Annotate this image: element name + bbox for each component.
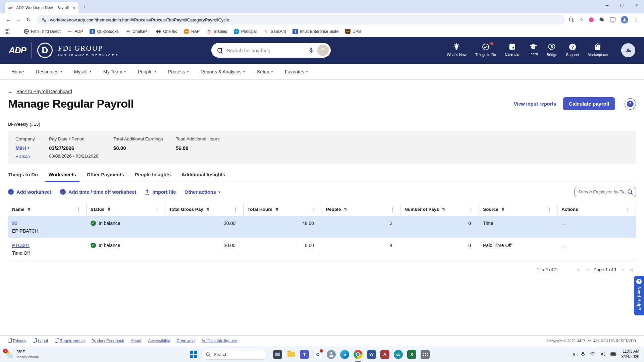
row-actions-menu[interactable]: ... (561, 243, 567, 248)
contacts-app-icon[interactable] (327, 350, 336, 359)
access-icon[interactable]: A (380, 350, 389, 359)
bookmark-intuit[interactable]: ❙Intuit Enterprise Suite (292, 29, 338, 34)
tray-chevron-up-icon[interactable]: ∧ (572, 351, 576, 357)
edge-icon[interactable]: e (340, 350, 349, 359)
new-tab-button[interactable]: + (83, 4, 86, 10)
sort-icon[interactable]: ⇅ (107, 207, 110, 212)
teams-icon[interactable]: T (300, 350, 309, 359)
bookmark-staples[interactable]: ∏Staples (206, 29, 227, 34)
window-minimize-button[interactable]: ─ (600, 0, 614, 11)
last-page-icon[interactable]: >| (630, 267, 633, 272)
chrome-icon[interactable] (354, 350, 363, 359)
address-bar[interactable]: workforcenow.adp.com/theme/admin.html#/P… (37, 15, 565, 24)
view-input-reports-link[interactable]: View input reports (514, 101, 556, 107)
marketplace-button[interactable]: Marketplace (588, 43, 608, 57)
column-header-name[interactable]: Name⇅⋮ (8, 203, 87, 216)
start-button[interactable] (190, 351, 197, 358)
company-name-link[interactable]: Rizikon (15, 154, 49, 159)
bookmark-principal[interactable]: PPrincipal (234, 29, 257, 34)
user-avatar[interactable]: JE (621, 43, 635, 57)
sort-icon[interactable]: ⇅ (275, 207, 278, 212)
column-menu-icon[interactable]: ⋮ (76, 207, 84, 212)
back-to-dashboard-link[interactable]: Back to Payroll Dashboard (16, 89, 72, 94)
add-time-worksheet-button[interactable]: +Add time / time off worksheet (60, 189, 136, 195)
employee-search-box[interactable] (574, 187, 636, 197)
employee-search-input[interactable] (578, 189, 627, 194)
weather-widget[interactable]: 1 35°F Mostly cloudy (5, 350, 39, 359)
bookmark-hap[interactable]: hapHAP (184, 29, 200, 34)
column-header-source[interactable]: Source⇅⋮ (479, 203, 557, 216)
first-page-icon[interactable]: |< (577, 267, 580, 272)
nav-favorites[interactable]: Favorites▾ (285, 69, 308, 74)
microphone-icon[interactable] (309, 47, 314, 53)
column-menu-icon[interactable]: ⋮ (390, 207, 397, 212)
quickbooks-icon[interactable]: qb (394, 350, 403, 359)
sort-icon[interactable]: ⇅ (344, 207, 347, 212)
bookmark-quickbooks[interactable]: ❙QuickBooks (90, 29, 118, 34)
bookmark-adp[interactable]: ADPADP (67, 29, 83, 34)
sort-icon[interactable]: ⇅ (28, 207, 31, 212)
add-worksheet-button[interactable]: +Add worksheet (8, 189, 51, 195)
tab-worksheets[interactable]: Worksheets (49, 172, 76, 182)
nav-reports-analytics[interactable]: Reports & Analytics▾ (201, 69, 245, 74)
table-row[interactable]: 90EPIPBATCH ✓In balance $0.00 48.00 2 0 … (8, 216, 636, 238)
footer-cobrowse-link[interactable]: Cobrowse (177, 339, 195, 343)
url-text[interactable]: workforcenow.adp.com/theme/admin.html#/P… (50, 17, 229, 22)
browser-tab[interactable]: ADP ADP Workforce Now - Payroll D × (5, 2, 78, 13)
column-header-number-of-pays[interactable]: Number of Pays⇅⋮ (400, 203, 479, 216)
support-button[interactable]: ? Support (566, 43, 579, 57)
file-explorer-icon[interactable] (286, 350, 296, 359)
bookmark-ups[interactable]: upsUPS (345, 29, 361, 34)
bookmark-one-inc[interactable]: One Inc (156, 29, 177, 34)
things-to-do-button[interactable]: Things to Do (475, 43, 496, 57)
sort-icon[interactable]: ⇅ (442, 207, 445, 212)
column-header-total-hours[interactable]: Total Hours⇅⋮ (244, 203, 322, 216)
window-close-button[interactable]: × (629, 0, 644, 11)
column-menu-icon[interactable]: ⋮ (469, 207, 476, 212)
outlook-icon[interactable]: O (313, 350, 322, 359)
learn-button[interactable]: Learn (529, 43, 538, 56)
whats-new-button[interactable]: What's New (447, 43, 466, 57)
import-file-button[interactable]: Import file (145, 189, 176, 195)
nav-people[interactable]: People▾ (138, 69, 156, 74)
sort-icon[interactable]: ⇅ (501, 207, 504, 212)
nav-home[interactable]: Home (11, 69, 24, 74)
tab-other-payments[interactable]: Other Payments (87, 172, 124, 182)
previous-page-icon[interactable]: < (586, 267, 589, 272)
sort-icon[interactable]: ⇅ (206, 207, 209, 212)
forward-icon[interactable]: → (13, 17, 23, 23)
other-actions-dropdown[interactable]: Other actions▾ (184, 189, 220, 195)
column-header-gross-pay[interactable]: Total Gross Pay⇅⋮ (165, 203, 244, 216)
bookmark-fifth-third[interactable]: Fifth Third Direct (24, 29, 60, 34)
nav-myself[interactable]: Myself▾ (74, 69, 91, 74)
column-menu-icon[interactable]: ⋮ (312, 207, 319, 212)
extensions-puzzle-icon[interactable] (599, 17, 604, 22)
nav-my-team[interactable]: My Team▾ (103, 69, 126, 74)
table-row[interactable]: PTO001Time Off ✓In balance $0.00 8.00 4 … (8, 238, 636, 260)
reload-icon[interactable]: ↻ (23, 17, 34, 23)
column-menu-icon[interactable]: ⋮ (155, 207, 162, 212)
volume-icon[interactable] (600, 352, 605, 356)
footer-requirements-link[interactable]: Requirements (55, 339, 85, 343)
bridge-button[interactable]: B Bridge (547, 43, 557, 57)
footer-privacy-link[interactable]: Privacy (8, 339, 26, 343)
footer-accessibility-link[interactable]: Accessibility (148, 339, 170, 343)
calculate-payroll-button[interactable]: Calculate payroll (563, 97, 615, 110)
footer-legal-link[interactable]: Legal (33, 339, 48, 343)
remote-desktop-icon[interactable] (273, 350, 282, 359)
need-help-tab[interactable]: ? Need Help? (634, 276, 644, 315)
excel-icon[interactable]: X (407, 350, 416, 359)
column-menu-icon[interactable]: ⋮ (547, 207, 554, 212)
worksheet-name-link[interactable]: 90 (12, 221, 83, 226)
screen-share-icon[interactable] (610, 17, 615, 22)
tab-people-insights[interactable]: People Insights (135, 172, 171, 182)
browser-profile-avatar[interactable] (621, 16, 628, 23)
nav-resources[interactable]: Resources▾ (36, 69, 62, 74)
wifi-icon[interactable] (590, 352, 595, 356)
column-header-actions[interactable]: Actions⋮ (557, 203, 636, 216)
search-icon[interactable] (627, 189, 633, 195)
taskbar-search[interactable]: Search (201, 349, 268, 360)
back-icon[interactable]: ← (3, 17, 13, 23)
column-header-status[interactable]: Status⇅⋮ (87, 203, 165, 216)
pink-extension-icon[interactable] (589, 17, 594, 22)
